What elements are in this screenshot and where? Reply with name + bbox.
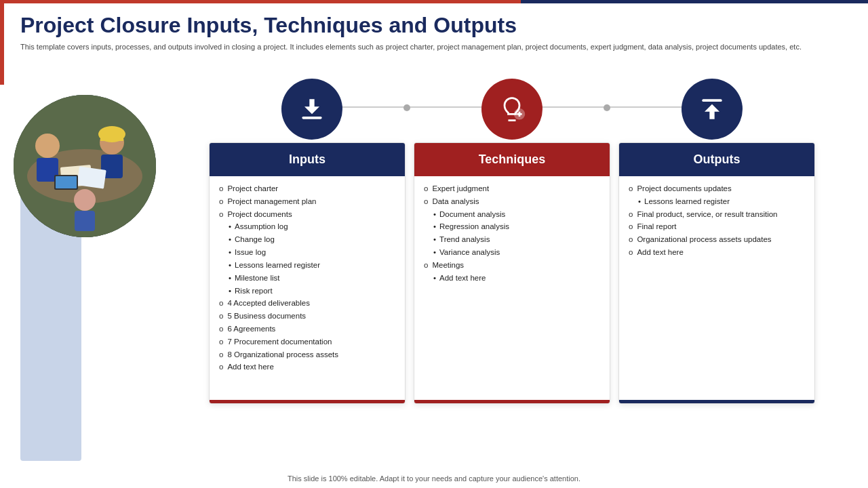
lightbulb-gear-icon bbox=[497, 94, 527, 124]
content-area: Inputs Project charter Project managemen… bbox=[0, 75, 868, 461]
list-item: Project charter bbox=[219, 183, 395, 195]
list-item: 6 Agreements bbox=[219, 323, 395, 336]
outputs-body: Project documents updates Lessons learne… bbox=[619, 176, 814, 400]
list-item: Project management plan bbox=[219, 196, 395, 208]
connector-dot-1 bbox=[403, 104, 410, 111]
outputs-card: Outputs Project documents updates Lesson… bbox=[618, 142, 815, 404]
svg-rect-7 bbox=[75, 211, 95, 231]
inputs-header: Inputs bbox=[210, 143, 405, 176]
red-vertical-accent bbox=[0, 3, 4, 85]
inputs-body: Project charter Project management plan … bbox=[210, 176, 405, 400]
list-item: Add text here bbox=[424, 272, 600, 285]
list-item: Project documents bbox=[219, 209, 395, 221]
list-item: Lessons learned register bbox=[219, 260, 395, 272]
svg-rect-14 bbox=[302, 117, 321, 119]
svg-rect-16 bbox=[702, 99, 722, 102]
outputs-header: Outputs bbox=[619, 143, 814, 176]
list-item: 4 Accepted deliverables bbox=[219, 298, 395, 310]
outputs-icon-wrap bbox=[612, 75, 812, 142]
inputs-icon-circle bbox=[281, 79, 342, 140]
list-item: Milestone list bbox=[219, 272, 395, 285]
svg-rect-9 bbox=[100, 136, 123, 141]
list-item: Change log bbox=[219, 234, 395, 246]
list-item: Add text here bbox=[219, 361, 395, 373]
team-svg bbox=[14, 95, 156, 237]
list-item: Regression analysis bbox=[424, 221, 600, 233]
list-item: Document analysis bbox=[424, 209, 600, 221]
svg-rect-11 bbox=[77, 166, 106, 188]
header: Project Closure Inputs, Techniques and O… bbox=[0, 0, 868, 57]
outputs-icon-circle bbox=[682, 79, 743, 140]
list-item: Trend analysis bbox=[424, 234, 600, 246]
connector-dot-2 bbox=[604, 104, 610, 111]
techniques-bottom-bar bbox=[414, 400, 610, 403]
page-subtitle: This template covers inputs, processes, … bbox=[20, 42, 834, 52]
list-item: Assumption log bbox=[219, 221, 395, 233]
techniques-header: Techniques bbox=[414, 143, 610, 176]
columns-section: Inputs Project charter Project managemen… bbox=[170, 75, 854, 404]
list-item: Final product, service, or result transi… bbox=[629, 209, 805, 221]
list-item: Risk report bbox=[219, 285, 395, 298]
team-image bbox=[14, 95, 156, 237]
upload-icon bbox=[697, 94, 727, 124]
download-icon bbox=[297, 94, 327, 124]
list-item: Add text here bbox=[629, 247, 805, 259]
list-item: Lessons learned register bbox=[629, 196, 805, 208]
techniques-body: Expert judgment Data analysis Document a… bbox=[414, 176, 610, 400]
techniques-card: Techniques Expert judgment Data analysis… bbox=[414, 142, 610, 404]
inputs-bottom-bar bbox=[210, 400, 405, 403]
page-title: Project Closure Inputs, Techniques and O… bbox=[20, 12, 848, 38]
top-accent-bar bbox=[0, 0, 868, 3]
list-item: 5 Business documents bbox=[219, 310, 395, 323]
inputs-card: Inputs Project charter Project managemen… bbox=[209, 142, 406, 404]
list-item: Project documents updates bbox=[629, 183, 805, 195]
list-item: Organizational process assets updates bbox=[629, 234, 805, 246]
list-item: Final report bbox=[629, 221, 805, 233]
list-item: 8 Organizational process assets bbox=[219, 349, 395, 361]
outputs-bottom-bar bbox=[619, 400, 814, 403]
cards-row: Inputs Project charter Project managemen… bbox=[209, 142, 815, 404]
list-item: Variance analysis bbox=[424, 247, 600, 259]
list-item: 7 Procurement documentation bbox=[219, 336, 395, 348]
inputs-icon-wrap bbox=[212, 75, 412, 142]
team-image-inner bbox=[14, 95, 156, 237]
list-item: Expert judgment bbox=[424, 183, 600, 195]
svg-point-6 bbox=[74, 189, 96, 211]
svg-rect-13 bbox=[56, 176, 77, 188]
list-item: Data analysis bbox=[424, 196, 600, 208]
list-item: Meetings bbox=[424, 260, 600, 272]
techniques-icon-wrap bbox=[412, 75, 612, 142]
image-section bbox=[14, 95, 170, 237]
svg-point-2 bbox=[35, 134, 60, 158]
icons-row bbox=[207, 75, 817, 142]
techniques-icon-circle bbox=[481, 79, 542, 140]
footer: This slide is 100% editable. Adapt it to… bbox=[0, 474, 868, 483]
list-item: Issue log bbox=[219, 247, 395, 259]
